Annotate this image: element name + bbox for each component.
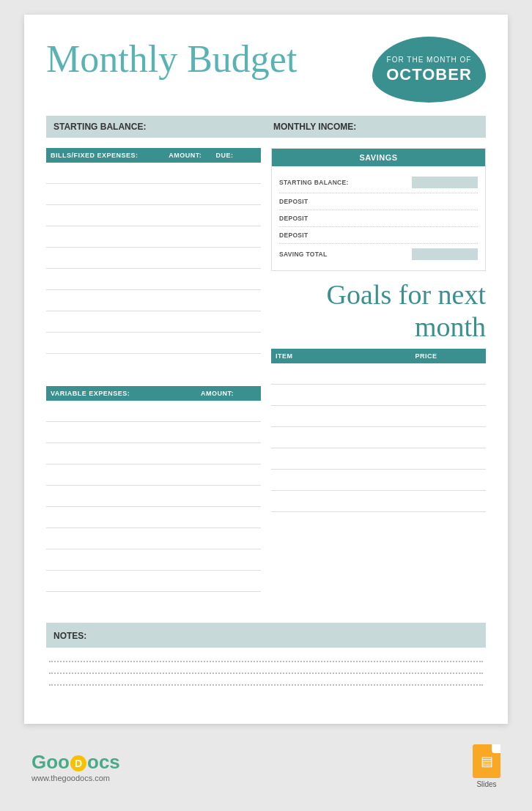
table-row: [46, 333, 261, 354]
notes-line-1: [49, 661, 483, 662]
savings-starting-value: [412, 177, 478, 188]
balance-bar: STARTING BALANCE: MONTHLY INCOME:: [46, 116, 486, 138]
table-row: [46, 184, 261, 205]
savings-deposit-1: DEPOSIT: [279, 193, 478, 210]
goals-table: ITEM PRICE: [271, 349, 486, 533]
right-column: SAVINGS STARTING BALANCE: DEPOSIT DEPOSI…: [271, 148, 486, 612]
footer: GooDocs www.thegoodocs.com ▤ Slides: [24, 738, 508, 794]
table-row: [46, 592, 261, 613]
table-row: [46, 311, 261, 333]
table-row: [46, 422, 261, 443]
brand-url: www.thegoodocs.com: [32, 774, 120, 782]
savings-total-value: [412, 248, 478, 260]
slides-icon: ▤: [473, 744, 500, 778]
header: Monthly Budget FOR THE MONTH OF OCTOBER: [46, 37, 486, 103]
brand-logo: GooDocs www.thegoodocs.com: [32, 751, 120, 782]
table-row: [271, 406, 486, 427]
notes-label: NOTES:: [53, 631, 86, 641]
budget-page: Monthly Budget FOR THE MONTH OF OCTOBER …: [24, 15, 508, 724]
brand-goo: Goo: [32, 751, 70, 773]
savings-deposit-1-label: DEPOSIT: [279, 198, 308, 205]
table-row: [46, 269, 261, 290]
bills-due-header: DUE:: [212, 148, 261, 163]
bills-col-header: BILLS/FIXED EXPENSES:: [46, 148, 164, 163]
notes-lines: [46, 655, 486, 702]
table-row: [271, 363, 486, 385]
table-row: [271, 385, 486, 406]
savings-section: SAVINGS STARTING BALANCE: DEPOSIT DEPOSI…: [271, 148, 486, 271]
bills-amount-header: AMOUNT:: [164, 148, 211, 163]
page-title: Monthly Budget: [46, 37, 297, 78]
goals-title: Goals for next month: [271, 278, 486, 343]
savings-body: STARTING BALANCE: DEPOSIT DEPOSIT DEPOSI…: [272, 166, 485, 270]
table-row: [271, 491, 486, 512]
left-column: BILLS/FIXED EXPENSES: AMOUNT: DUE:: [46, 148, 261, 612]
savings-deposit-3: DEPOSIT: [279, 227, 478, 244]
table-row: [46, 290, 261, 311]
goals-item-header: ITEM: [271, 349, 410, 363]
main-content: BILLS/FIXED EXPENSES: AMOUNT: DUE:: [46, 148, 486, 612]
month-badge: FOR THE MONTH OF OCTOBER: [372, 37, 486, 103]
table-row: [271, 448, 486, 470]
savings-deposit-2: DEPOSIT: [279, 210, 478, 227]
slides-icon-inner: ▤: [481, 753, 493, 769]
table-row: [46, 248, 261, 269]
bills-table: BILLS/FIXED EXPENSES: AMOUNT: DUE:: [46, 148, 261, 374]
table-row: [46, 528, 261, 549]
table-row: [46, 354, 261, 375]
table-row: [46, 507, 261, 528]
savings-total-label: SAVING TOTAL: [279, 251, 327, 258]
brand-ocs: ocs: [87, 751, 120, 773]
table-row: [46, 571, 261, 592]
table-row: [46, 205, 261, 226]
brand-d-circle: D: [70, 755, 86, 771]
badge-month: OCTOBER: [386, 65, 472, 84]
slides-badge: ▤ Slides: [473, 744, 500, 788]
badge-for-text: FOR THE MONTH OF: [387, 55, 472, 65]
notes-bar: NOTES:: [46, 623, 486, 648]
variable-amount-header: AMOUNT:: [196, 386, 261, 401]
table-row: [271, 470, 486, 491]
notes-line-2: [49, 673, 483, 674]
savings-starting-label: STARTING BALANCE:: [279, 179, 349, 186]
table-row: [46, 443, 261, 464]
savings-header: SAVINGS: [272, 149, 485, 166]
table-row: [271, 512, 486, 533]
savings-deposit-2-label: DEPOSIT: [279, 215, 308, 222]
monthly-income-label: MONTHLY INCOME:: [259, 122, 479, 132]
variable-col-header: VARIABLE EXPENSES:: [46, 386, 196, 401]
table-row: [46, 401, 261, 422]
table-row: [46, 486, 261, 507]
table-row: [46, 549, 261, 571]
table-row: [46, 226, 261, 248]
starting-balance-label: STARTING BALANCE:: [53, 122, 259, 132]
variable-table: VARIABLE EXPENSES: AMOUNT:: [46, 386, 261, 612]
goals-price-header: PRICE: [410, 349, 486, 363]
savings-total: SAVING TOTAL: [279, 244, 478, 264]
savings-deposit-3-label: DEPOSIT: [279, 232, 308, 239]
table-row: [46, 464, 261, 486]
table-row: [46, 163, 261, 184]
savings-starting-balance: STARTING BALANCE:: [279, 172, 478, 193]
notes-line-3: [49, 684, 483, 686]
table-row: [271, 427, 486, 448]
slides-label: Slides: [476, 780, 496, 788]
brand-name: GooDocs: [32, 751, 120, 774]
